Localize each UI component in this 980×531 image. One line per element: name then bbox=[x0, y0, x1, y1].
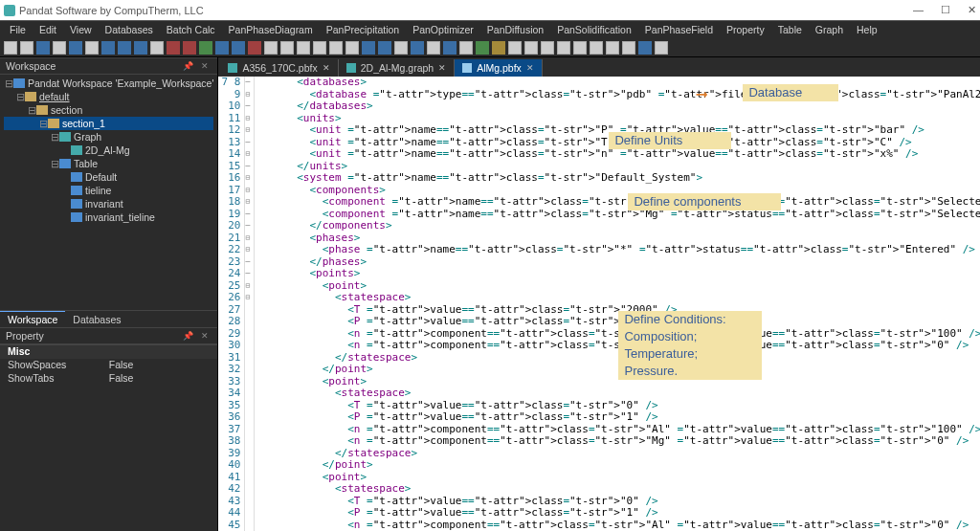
toolbar-button[interactable] bbox=[183, 41, 196, 55]
toolbar-button[interactable] bbox=[590, 41, 603, 55]
toolbar-button[interactable] bbox=[427, 41, 440, 55]
table-folder-icon bbox=[59, 159, 71, 168]
code-content[interactable]: <databases> <database ="t-attr">type=="t… bbox=[255, 77, 980, 531]
tree-root[interactable]: Pandat Workspace 'Example_Workspace' bbox=[28, 77, 213, 89]
file-icon bbox=[462, 63, 472, 73]
tree-default[interactable]: default bbox=[39, 91, 70, 102]
tree-table-default[interactable]: Default bbox=[85, 171, 117, 183]
toolbar-button[interactable] bbox=[264, 41, 278, 55]
prop-value[interactable]: False bbox=[109, 359, 218, 372]
table-icon bbox=[71, 186, 82, 195]
tab-label: A356_170C.pbfx bbox=[242, 62, 317, 74]
prop-key: ShowSpaces bbox=[0, 359, 109, 372]
toolbar-button[interactable] bbox=[167, 41, 180, 55]
toolbar-button[interactable] bbox=[541, 41, 554, 55]
menu-edit[interactable]: Edit bbox=[33, 22, 62, 37]
toolbar-button[interactable] bbox=[606, 41, 619, 55]
menu-panoptimizer[interactable]: PanOptimizer bbox=[407, 22, 479, 37]
toolbar-button[interactable] bbox=[443, 41, 457, 55]
editor-tab[interactable]: 2D_Al-Mg.graph✕ bbox=[339, 59, 455, 77]
toolbar-button[interactable] bbox=[101, 41, 115, 55]
toolbar-button[interactable] bbox=[492, 41, 505, 55]
menu-batchcalc[interactable]: Batch Calc bbox=[161, 22, 221, 37]
property-panel-header: Property 📌 ✕ bbox=[0, 327, 217, 344]
menu-pansolidification[interactable]: PanSolidification bbox=[551, 22, 637, 37]
menu-property[interactable]: Property bbox=[721, 22, 770, 37]
toolbar-button[interactable] bbox=[297, 41, 310, 55]
menu-panphasediagram[interactable]: PanPhaseDiagram bbox=[223, 22, 319, 37]
editor-tab[interactable]: A356_170C.pbfx✕ bbox=[220, 59, 338, 77]
menu-panphasefield[interactable]: PanPhaseField bbox=[639, 22, 719, 37]
table-icon bbox=[71, 172, 82, 182]
toolbar-button[interactable] bbox=[150, 41, 164, 55]
editor-tab-active[interactable]: AlMg.pbfx✕ bbox=[455, 59, 543, 77]
toolbar-button[interactable] bbox=[476, 41, 489, 55]
menu-help[interactable]: Help bbox=[851, 22, 883, 37]
toolbar-button[interactable] bbox=[557, 41, 570, 55]
menu-pandiffusion[interactable]: PanDiffusion bbox=[481, 22, 549, 37]
toolbar-button[interactable] bbox=[411, 41, 424, 55]
menu-view[interactable]: View bbox=[64, 22, 98, 37]
menu-table[interactable]: Table bbox=[772, 22, 808, 37]
menu-file[interactable]: File bbox=[4, 22, 32, 37]
tree-table-invariant[interactable]: invariant bbox=[85, 198, 123, 210]
toolbar-button[interactable] bbox=[655, 41, 668, 55]
toolbar-button[interactable] bbox=[459, 41, 473, 55]
toolbar-button[interactable] bbox=[215, 41, 229, 55]
tab-label: 2D_Al-Mg.graph bbox=[361, 62, 434, 74]
toolbar-button[interactable] bbox=[362, 41, 375, 55]
workspace-tree[interactable]: ⊟Pandat Workspace 'Example_Workspace' ⊟d… bbox=[0, 75, 217, 310]
tree-section[interactable]: section bbox=[51, 104, 82, 116]
toolbar-button[interactable] bbox=[329, 41, 343, 55]
toolbar-button[interactable] bbox=[4, 41, 17, 55]
toolbar-button[interactable] bbox=[524, 41, 538, 55]
tab-workspace[interactable]: Workspace bbox=[0, 311, 65, 327]
prop-value[interactable]: False bbox=[109, 372, 218, 386]
app-icon bbox=[4, 5, 15, 16]
toolbar-button[interactable] bbox=[36, 41, 50, 55]
minimize-button[interactable]: — bbox=[913, 4, 924, 16]
tree-section1[interactable]: section_1 bbox=[62, 118, 105, 129]
tree-table[interactable]: Table bbox=[74, 158, 98, 169]
toolbar-button[interactable] bbox=[69, 41, 82, 55]
maximize-button[interactable]: ☐ bbox=[941, 4, 950, 16]
tree-table-tieline[interactable]: tieline bbox=[85, 185, 111, 196]
file-icon bbox=[228, 63, 237, 73]
property-grid[interactable]: Misc ShowSpacesFalse ShowTabsFalse bbox=[0, 344, 217, 531]
toolbar-button[interactable] bbox=[378, 41, 391, 55]
toolbar-button[interactable] bbox=[313, 41, 326, 55]
menu-panprecipitation[interactable]: PanPrecipitation bbox=[321, 22, 405, 37]
toolbar-button[interactable] bbox=[53, 41, 66, 55]
toolbar-button[interactable] bbox=[20, 41, 33, 55]
toolbar-button[interactable] bbox=[85, 41, 99, 55]
panel-pin-icon[interactable]: 📌 ✕ bbox=[183, 61, 212, 71]
toolbar-button[interactable] bbox=[199, 41, 212, 55]
tab-close-icon[interactable]: ✕ bbox=[438, 63, 446, 73]
toolbar-button[interactable] bbox=[118, 41, 131, 55]
toolbar-button[interactable] bbox=[280, 41, 294, 55]
toolbar-button[interactable] bbox=[508, 41, 522, 55]
toolbar-button[interactable] bbox=[134, 41, 147, 55]
tree-table-invtieline[interactable]: invariant_tieline bbox=[85, 211, 155, 223]
toolbar-button[interactable] bbox=[345, 41, 359, 55]
close-button[interactable]: ✕ bbox=[968, 4, 976, 16]
toolbar-button[interactable] bbox=[394, 41, 408, 55]
tab-databases[interactable]: Databases bbox=[65, 312, 128, 327]
toolbar-button[interactable] bbox=[248, 41, 261, 55]
tab-close-icon[interactable]: ✕ bbox=[526, 63, 534, 73]
toolbar-button[interactable] bbox=[622, 41, 635, 55]
menu-graph[interactable]: Graph bbox=[810, 22, 849, 37]
tree-graph[interactable]: Graph bbox=[74, 131, 101, 143]
menu-databases[interactable]: Databases bbox=[100, 22, 159, 37]
props-category: Misc bbox=[0, 345, 109, 359]
tab-close-icon[interactable]: ✕ bbox=[323, 63, 330, 73]
fold-gutter[interactable]: ─ ⊟ ─ ⊟ ⊟ ─ ⊟ ─ ⊟ ⊟ ⊟ ─ ─ ⊟ ⊟ ─ ─ ⊟ ⊟ bbox=[245, 77, 255, 531]
toolbar-button[interactable] bbox=[232, 41, 245, 55]
code-editor[interactable]: 7 8 9 10 11 12 13 14 15 16 17 18 19 20 2… bbox=[218, 77, 980, 531]
toolbar-button[interactable] bbox=[573, 41, 587, 55]
folder-icon bbox=[25, 92, 36, 101]
tree-graph-2dalMg[interactable]: 2D_Al-Mg bbox=[85, 144, 130, 156]
panel-pin-icon[interactable]: 📌 ✕ bbox=[183, 331, 212, 341]
toolbar-button[interactable] bbox=[638, 41, 652, 55]
editor-tab-bar: A356_170C.pbfx✕ 2D_Al-Mg.graph✕ AlMg.pbf… bbox=[218, 57, 980, 77]
